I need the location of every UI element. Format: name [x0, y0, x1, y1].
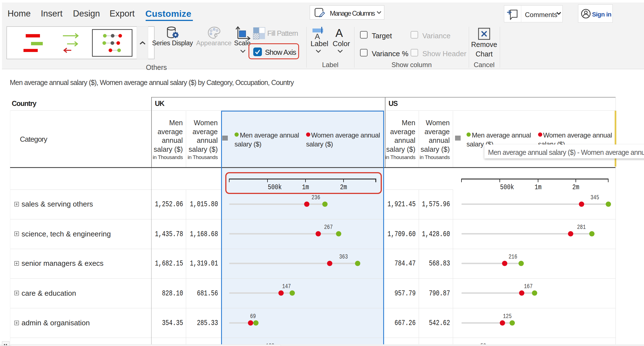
svg-text:A: A	[315, 32, 320, 40]
